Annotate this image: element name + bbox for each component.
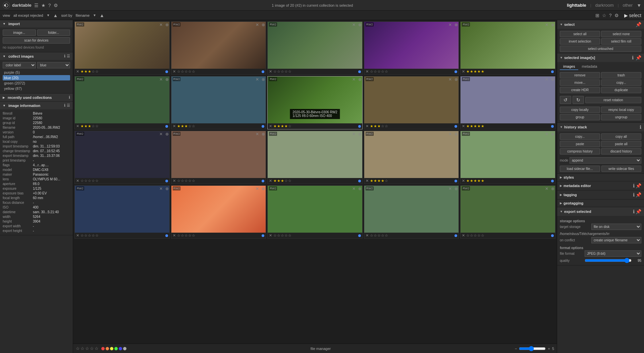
photo-star-18-1[interactable]: ☆ bbox=[273, 233, 277, 238]
photo-star-17-1[interactable]: ☆ bbox=[177, 233, 180, 238]
color-item-green[interactable]: green (2072) bbox=[3, 80, 70, 86]
topbar-icon-1[interactable]: ☰ bbox=[34, 3, 39, 8]
photo-star-14-4[interactable]: ★ bbox=[381, 179, 384, 183]
photo-cell-12[interactable]: RW2✕⊗✕☆☆☆☆☆ bbox=[171, 131, 266, 184]
compress-history-btn[interactable]: compress history bbox=[560, 148, 600, 155]
photo-star-19-3[interactable]: ☆ bbox=[377, 233, 381, 238]
photo-star-19-4[interactable]: ☆ bbox=[381, 233, 384, 238]
import-header[interactable]: ▼ import bbox=[0, 20, 73, 27]
collect-field1-select[interactable]: color label bbox=[3, 62, 36, 68]
on-conflict-select[interactable]: create unique filename bbox=[591, 237, 641, 243]
photo-star-7-3[interactable]: ★ bbox=[184, 124, 188, 128]
photo-star-2-4[interactable]: ☆ bbox=[188, 69, 192, 74]
cf-orange[interactable] bbox=[106, 347, 109, 350]
photo-star-9-4[interactable]: ☆ bbox=[381, 124, 384, 128]
photo-reject-icon-8[interactable]: ✕ bbox=[352, 77, 356, 82]
photo-star-5-5[interactable]: ★ bbox=[481, 69, 484, 74]
zoom-slider[interactable] bbox=[519, 346, 546, 351]
rp-metadata-pin-icon[interactable]: 📌 bbox=[636, 183, 641, 188]
duplicate-btn[interactable]: duplicate bbox=[601, 87, 641, 93]
rp-metadata-info-icon[interactable]: ℹ bbox=[633, 183, 635, 188]
ungroup-btn[interactable]: ungroup bbox=[601, 114, 641, 120]
photo-cell-16[interactable]: RW2✕⊗✕☆☆☆☆☆ bbox=[74, 185, 170, 239]
photo-star-2-2[interactable]: ☆ bbox=[181, 69, 184, 74]
rotate-left-btn[interactable]: ↺ bbox=[560, 96, 571, 104]
photo-cell-7[interactable]: RW2✕⊗✕★★★☆☆ bbox=[171, 76, 266, 129]
photo-cell-20[interactable]: RW2✕⊗✕☆☆☆☆☆ bbox=[460, 185, 555, 239]
rp-history-header[interactable]: ▼ history stack ℹ bbox=[557, 123, 644, 131]
photo-star-6-1[interactable]: ★ bbox=[80, 124, 84, 128]
photo-star-2-1[interactable]: ☆ bbox=[177, 69, 180, 74]
photo-reject-btn-20[interactable]: ✕ bbox=[462, 233, 465, 238]
photo-star-7-4[interactable]: ☆ bbox=[188, 124, 192, 128]
sort-dir-icon[interactable]: ▲ bbox=[100, 13, 104, 18]
photo-cell-4[interactable]: RW2✕⊗✕☆☆☆☆☆ bbox=[364, 21, 459, 75]
photo-star-16-4[interactable]: ☆ bbox=[92, 233, 95, 238]
photo-star-8-1[interactable]: ★ bbox=[273, 124, 277, 128]
photo-star-3-4[interactable]: ☆ bbox=[284, 69, 288, 74]
discard-history-btn[interactable]: discard history bbox=[601, 148, 641, 155]
write-sidecar-btn[interactable]: write sidecar files bbox=[601, 166, 642, 172]
photo-star-7-5[interactable]: ☆ bbox=[192, 124, 195, 128]
photo-star-17-2[interactable]: ☆ bbox=[181, 233, 184, 238]
star-icon[interactable]: ☆ bbox=[602, 13, 606, 18]
photo-star-5-1[interactable]: ★ bbox=[466, 69, 470, 74]
invert-selection-btn[interactable]: invert selection bbox=[560, 38, 600, 45]
group-btn[interactable]: group bbox=[560, 114, 600, 120]
photo-star-9-5[interactable]: ☆ bbox=[385, 124, 388, 128]
photo-star-16-3[interactable]: ☆ bbox=[88, 233, 91, 238]
sort-dropdown-icon[interactable]: ▼ bbox=[93, 13, 96, 17]
photo-cell-14[interactable]: RW2✕⊗✕★★★★☆ bbox=[364, 131, 459, 184]
photo-cell-10[interactable]: RW2✕⊕✕★★★★★ bbox=[460, 76, 555, 129]
photo-star-20-1[interactable]: ☆ bbox=[466, 233, 470, 238]
photo-reject-icon-18[interactable]: ✕ bbox=[352, 186, 356, 191]
photo-star-20-3[interactable]: ☆ bbox=[474, 233, 477, 238]
trash-btn[interactable]: trash bbox=[601, 72, 641, 78]
photo-star-19-1[interactable]: ☆ bbox=[370, 233, 373, 238]
photo-star-11-2[interactable]: ☆ bbox=[84, 179, 88, 183]
photo-reject-icon-13[interactable]: ✕ bbox=[352, 132, 356, 136]
topbar-icon-4[interactable]: ⚙ bbox=[54, 3, 58, 8]
image-info-header[interactable]: ▼ image information ℹ ☰ bbox=[0, 102, 73, 109]
filter-star-4[interactable]: ☆ bbox=[90, 346, 94, 351]
cf-green[interactable] bbox=[114, 347, 118, 350]
quality-slider[interactable] bbox=[585, 258, 632, 263]
photo-reject-icon-17[interactable]: ✕ bbox=[256, 186, 259, 191]
filter-star-3[interactable]: ☆ bbox=[85, 346, 89, 351]
photo-star-11-5[interactable]: ☆ bbox=[95, 179, 99, 183]
photo-star-13-4[interactable]: ☆ bbox=[284, 179, 288, 183]
image-btn[interactable]: image... bbox=[3, 30, 36, 36]
rp-tagging-header[interactable]: ▶ tagging ℹ 📌 bbox=[557, 190, 644, 199]
photo-star-12-4[interactable]: ☆ bbox=[188, 179, 192, 183]
tab-other[interactable]: other bbox=[623, 3, 633, 8]
photo-reject-btn-10[interactable]: ✕ bbox=[462, 124, 465, 128]
color-item-purple[interactable]: purple (5) bbox=[3, 70, 70, 75]
photo-star-10-3[interactable]: ★ bbox=[474, 124, 477, 128]
photo-reject-icon-12[interactable]: ✕ bbox=[256, 132, 259, 136]
rp-geotagging-header[interactable]: ▶ geotagging bbox=[557, 199, 644, 207]
photo-star-17-4[interactable]: ☆ bbox=[188, 233, 192, 238]
resync-local-copy-btn[interactable]: resync local copy bbox=[601, 107, 641, 113]
file-format-select[interactable]: JPEG (8-bit) bbox=[585, 250, 641, 257]
photo-star-10-5[interactable]: ★ bbox=[481, 124, 484, 128]
photo-reject-btn-15[interactable]: ✕ bbox=[462, 179, 465, 183]
photo-star-6-5[interactable]: ☆ bbox=[95, 124, 99, 128]
topbar-expand-icon[interactable]: ▼ bbox=[637, 3, 641, 8]
photo-star-9-3[interactable]: ★ bbox=[377, 124, 381, 128]
photo-star-1-1[interactable]: ★ bbox=[80, 69, 84, 74]
photo-star-7-1[interactable]: ★ bbox=[177, 124, 180, 128]
photo-star-15-3[interactable]: ★ bbox=[474, 179, 477, 183]
photo-reject-icon-4[interactable]: ✕ bbox=[448, 22, 452, 27]
photo-star-3-5[interactable]: ☆ bbox=[288, 69, 291, 74]
photo-star-16-1[interactable]: ☆ bbox=[80, 233, 84, 238]
photo-star-4-5[interactable]: ☆ bbox=[385, 69, 388, 74]
photo-star-10-4[interactable]: ★ bbox=[477, 124, 481, 128]
copy-locally-btn[interactable]: copy locally bbox=[560, 107, 600, 113]
hs-paste-btn[interactable]: paste bbox=[560, 141, 600, 147]
photo-star-5-3[interactable]: ★ bbox=[474, 69, 477, 74]
photo-reject-btn-7[interactable]: ✕ bbox=[173, 124, 176, 128]
color-item-blue[interactable]: blue (20) bbox=[3, 75, 70, 80]
photo-reject-icon-3[interactable]: ✕ bbox=[352, 22, 356, 27]
photo-star-12-2[interactable]: ☆ bbox=[181, 179, 184, 183]
topbar-icon-2[interactable]: ★ bbox=[41, 3, 46, 8]
